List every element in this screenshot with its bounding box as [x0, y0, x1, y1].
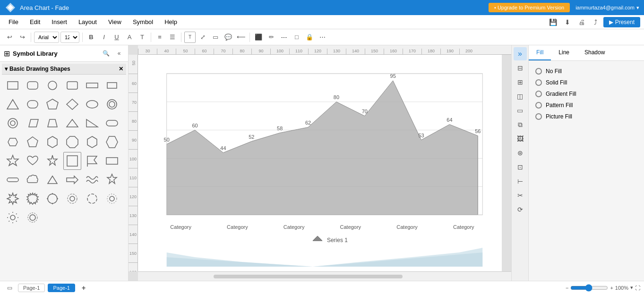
shape-double-circle[interactable]: [103, 95, 121, 113]
layers-icon[interactable]: ⧉: [514, 118, 527, 131]
search-button[interactable]: 🔍: [101, 48, 111, 59]
shape-arrow[interactable]: [63, 171, 81, 189]
shape-triangle2[interactable]: [63, 114, 81, 132]
horizontal-scrollbar[interactable]: [138, 271, 511, 281]
frame-icon[interactable]: ▭: [514, 104, 527, 117]
fill-color-button[interactable]: ⬛: [253, 32, 264, 43]
shape-circle[interactable]: [43, 76, 61, 94]
shape-star[interactable]: [4, 152, 22, 170]
shape-button[interactable]: ▭: [210, 32, 221, 43]
menu-symbol[interactable]: Symbol: [128, 17, 158, 27]
font-color-button[interactable]: A: [124, 32, 135, 43]
shape-gear2[interactable]: [4, 209, 22, 227]
menu-layout[interactable]: Layout: [74, 17, 102, 27]
shape-bullseye[interactable]: [4, 114, 22, 132]
canvas-area[interactable]: 30 40 50 60 70 80 90 100 110 120 130 140…: [129, 45, 511, 281]
font-family-select[interactable]: Arial: [34, 32, 59, 43]
layout-icon[interactable]: ▭: [4, 282, 15, 294]
shape-star6pt[interactable]: [103, 171, 121, 189]
page-tab-1[interactable]: Page-1: [48, 284, 75, 292]
shape-gear[interactable]: [63, 190, 81, 208]
menu-insert[interactable]: Insert: [47, 17, 72, 27]
shape-starburst[interactable]: [43, 190, 61, 208]
align-icon[interactable]: ⊢: [514, 175, 527, 188]
shape-octagon[interactable]: [63, 133, 81, 151]
shape-trapezoid[interactable]: [43, 114, 61, 132]
line-spacing-button[interactable]: ☰: [167, 32, 178, 43]
shape-pentagon2[interactable]: [24, 133, 42, 151]
tab-fill[interactable]: Fill: [529, 45, 551, 60]
gradient-fill-radio[interactable]: [535, 91, 542, 97]
zoom-slider[interactable]: [570, 284, 608, 292]
underline-button[interactable]: U: [111, 32, 122, 43]
bold-button[interactable]: B: [86, 32, 97, 43]
shape-flag[interactable]: [83, 152, 101, 170]
shape-small-rect[interactable]: [103, 76, 121, 94]
org-icon[interactable]: ⊛: [514, 146, 527, 160]
menu-view[interactable]: View: [103, 17, 126, 27]
shape-heart[interactable]: [24, 152, 42, 170]
fit-page-icon[interactable]: ⛶: [635, 285, 640, 291]
text-button[interactable]: T: [137, 32, 148, 43]
shape-wide-rect2[interactable]: [103, 152, 121, 170]
upgrade-button[interactable]: • Upgrade to Premium Version: [489, 3, 570, 12]
scissors-icon[interactable]: ✂: [514, 189, 527, 202]
callout-button[interactable]: 💬: [223, 32, 234, 43]
present-button[interactable]: ▶ Present: [603, 17, 640, 27]
shape-triangle[interactable]: [4, 95, 22, 113]
line-tool-button[interactable]: ⟵: [235, 32, 247, 43]
close-panel-icon[interactable]: ✕: [119, 66, 123, 72]
shape-sun[interactable]: [103, 190, 121, 208]
shape-star5[interactable]: [43, 152, 61, 170]
solid-fill-radio[interactable]: [535, 79, 542, 86]
image-icon[interactable]: 🖼: [514, 132, 527, 145]
shape-cog[interactable]: [24, 209, 42, 227]
more-button[interactable]: ⋯: [317, 32, 328, 43]
shape-irregular-hex[interactable]: [103, 133, 121, 151]
menu-edit[interactable]: Edit: [25, 17, 45, 27]
picture-fill-option[interactable]: Picture Fill: [533, 111, 639, 122]
stroke-button[interactable]: ✏: [266, 32, 277, 43]
add-page-button[interactable]: +: [78, 282, 89, 294]
undo-button[interactable]: ↩: [4, 32, 15, 43]
connection-button[interactable]: ⤢: [197, 32, 208, 43]
shape-star8[interactable]: [24, 190, 42, 208]
layer-icon[interactable]: ⊟: [514, 61, 527, 75]
menu-help[interactable]: Help: [160, 17, 182, 27]
lock-button[interactable]: 🔒: [304, 32, 315, 43]
text-box-button[interactable]: T: [184, 32, 196, 43]
shape-rectangle[interactable]: [4, 76, 22, 94]
share-icon[interactable]: ⤴: [590, 17, 601, 28]
shape-rounded-rect3[interactable]: [24, 95, 42, 113]
menu-file[interactable]: File: [4, 17, 23, 27]
shape-ring[interactable]: [83, 190, 101, 208]
italic-button[interactable]: I: [98, 32, 110, 43]
no-fill-option[interactable]: No Fill: [533, 66, 639, 77]
shape-parallelogram[interactable]: [24, 114, 42, 132]
shape-hexagon-h[interactable]: [4, 133, 22, 151]
redo-button[interactable]: ↪: [17, 32, 28, 43]
shape-cloud[interactable]: [24, 171, 42, 189]
canvas-content[interactable]: 50 60 44 52 58 62 80 70 95 53 64 56 Cate…: [138, 55, 502, 271]
shape-hexagon2[interactable]: [83, 133, 101, 151]
no-fill-button[interactable]: □: [291, 32, 302, 43]
pattern-fill-option[interactable]: Pattern Fill: [533, 100, 639, 111]
tab-line[interactable]: Line: [551, 45, 577, 60]
collapse-button[interactable]: «: [114, 48, 124, 59]
shape-right-triangle[interactable]: [83, 114, 101, 132]
zoom-dropdown-icon[interactable]: ▾: [630, 285, 633, 291]
expand-icon[interactable]: »: [514, 47, 527, 60]
shape-hexagon[interactable]: [43, 133, 61, 151]
shape-wide-rect[interactable]: [83, 76, 101, 94]
print-icon[interactable]: 🖨: [576, 17, 587, 28]
shape-stadium[interactable]: [103, 114, 121, 132]
line-style-button[interactable]: ---: [278, 32, 290, 43]
grid-icon[interactable]: ⊞: [514, 76, 527, 89]
zoom-in-icon[interactable]: +: [610, 285, 613, 291]
solid-fill-option[interactable]: Solid Fill: [533, 77, 639, 88]
shape-pentagon[interactable]: [43, 95, 61, 113]
no-fill-radio[interactable]: [535, 68, 542, 75]
picture-fill-radio[interactable]: [535, 113, 542, 120]
save-icon[interactable]: 💾: [548, 17, 559, 28]
pattern-fill-radio[interactable]: [535, 102, 542, 109]
